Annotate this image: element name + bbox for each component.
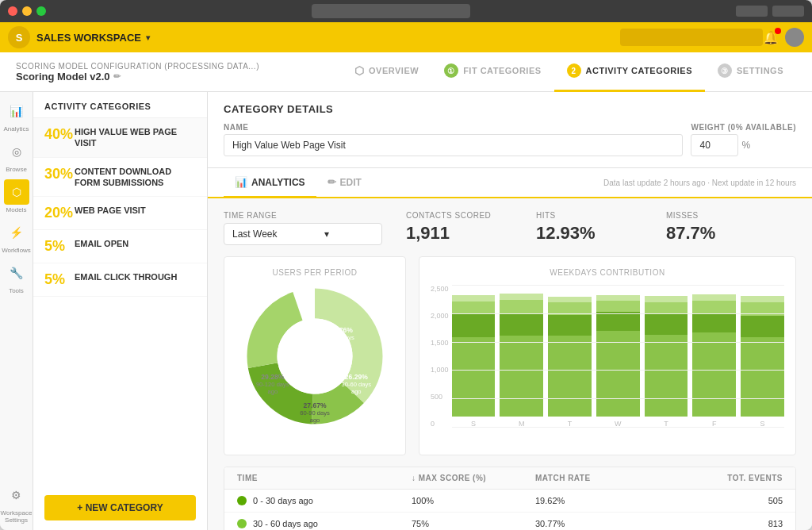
- y-label-500: 500: [431, 393, 449, 401]
- td-match-rate-2: 30.77%: [535, 519, 659, 528]
- bar-day-m: M: [500, 294, 543, 428]
- dot-2: [237, 519, 247, 528]
- models-sidebar-label: Models: [6, 206, 27, 213]
- wizard-step-fit-label: FIT CATEGORIES: [463, 66, 541, 75]
- y-label-0: 0: [431, 420, 449, 428]
- time-range-select[interactable]: Last Week ▾: [224, 223, 382, 245]
- name-field-input[interactable]: [224, 134, 683, 156]
- x-label-w: W: [615, 420, 622, 428]
- icon-sidebar: 📊 Analytics ◎ Browse ⬡ Models ⚡ Workflow…: [0, 92, 33, 530]
- workspace-settings-sidebar-group: ⚙ Workspace Settings: [0, 482, 33, 524]
- category-pct-3: 20%: [44, 205, 75, 221]
- analytics-sidebar-label: Analytics: [3, 125, 29, 132]
- categories-panel: ACTIVITY CATEGORIES 40% HIGH VALUE WEB P…: [33, 92, 208, 530]
- browse-sidebar-label: Browse: [6, 166, 27, 173]
- name-field-label: NAME: [224, 123, 683, 132]
- tools-sidebar-group: 🔧 Tools: [4, 260, 29, 294]
- category-name-5: EMAIL CLICK THROUGH: [75, 271, 177, 282]
- title-bar: [0, 0, 812, 22]
- time-range-block: TIME RANGE Last Week ▾: [224, 211, 382, 245]
- th-tot-events: TOT. EVENTS: [659, 474, 783, 482]
- category-pct-2: 30%: [44, 166, 75, 182]
- analytics-tab-label: ANALYTICS: [251, 177, 305, 188]
- bar-day-f: F: [692, 294, 736, 428]
- categories-panel-title: ACTIVITY CATEGORIES: [33, 92, 207, 118]
- maximize-button[interactable]: [36, 6, 46, 16]
- app-window: S SALES WORKSPACE ▾ 🔔 SCORING MODEL CONF…: [0, 0, 812, 530]
- wizard-subtitle: SCORING MODEL CONFIGURATION (Processing …: [16, 62, 259, 71]
- category-item-5[interactable]: 5% EMAIL CLICK THROUGH: [33, 263, 207, 297]
- weight-field-group: WEIGHT (0% AVAILABLE) %: [691, 123, 796, 156]
- svg-text:27.67%: 27.67%: [304, 401, 327, 409]
- content-header: CATEGORY DETAILS NAME WEIGHT (0% AVAILAB…: [208, 92, 812, 168]
- x-label-t1: T: [568, 420, 573, 428]
- category-item-4[interactable]: 5% EMAIL OPEN: [33, 230, 207, 263]
- time-range-value: Last Week: [232, 229, 277, 240]
- wizard-step-activity-label: ACTIVITY CATEGORIES: [586, 66, 692, 75]
- edit-tab-label: EDIT: [340, 177, 362, 188]
- th-time: TIME: [237, 474, 412, 482]
- models-sidebar-icon[interactable]: ⬡: [4, 179, 29, 205]
- browse-sidebar-icon[interactable]: ◎: [4, 139, 29, 164]
- svg-text:29.28%: 29.28%: [261, 373, 284, 381]
- category-list: 40% HIGH VALUE WEB PAGE VISIT 30% CONTEN…: [33, 118, 207, 486]
- y-label-1000: 1,000: [431, 366, 449, 374]
- y-label-2500: 2,500: [431, 285, 449, 293]
- x-label-s2: S: [760, 420, 765, 428]
- tab-analytics[interactable]: 📊 ANALYTICS: [224, 168, 316, 198]
- content-header-title: CATEGORY DETAILS: [224, 103, 796, 115]
- main-layout: 📊 Analytics ◎ Browse ⬡ Models ⚡ Workflow…: [0, 92, 812, 530]
- td-tot-events-2: 813: [659, 519, 783, 528]
- svg-text:ago: ago: [336, 341, 347, 348]
- svg-text:16.76%: 16.76%: [330, 326, 353, 334]
- analytics-sidebar-icon[interactable]: 📊: [3, 98, 29, 124]
- notification-bell-icon[interactable]: 🔔: [763, 30, 779, 45]
- wizard-bar: SCORING MODEL CONFIGURATION (Processing …: [0, 52, 812, 92]
- browse-sidebar-group: ◎ Browse: [4, 139, 29, 173]
- svg-text:ago: ago: [267, 388, 278, 395]
- category-name-4: EMAIL OPEN: [75, 238, 128, 249]
- bar-chart-y-axis: 2,500 2,000 1,500 1,000 500 0: [431, 285, 452, 444]
- name-field-group: NAME: [224, 123, 683, 156]
- x-label-m: M: [519, 420, 525, 428]
- wizard-step-fit[interactable]: ① FIT CATEGORIES: [431, 52, 553, 92]
- tab-edit[interactable]: ✏ EDIT: [316, 168, 373, 198]
- th-max-score: ↓ MAX SCORE (%): [412, 474, 535, 482]
- time-range-label: TIME RANGE: [224, 211, 382, 220]
- donut-chart-svg: 16.76% 0-30 days ago 26.29% 30-60 days a…: [239, 281, 390, 432]
- workflows-sidebar-icon[interactable]: ⚡: [4, 220, 29, 245]
- analytics-content: TIME RANGE Last Week ▾ CONTACTS SCORED 1…: [208, 198, 812, 530]
- wizard-step-activity[interactable]: 2 ACTIVITY CATEGORIES: [554, 52, 705, 92]
- time-label-1: 0 - 30 days ago: [253, 496, 313, 505]
- nav-search-bar[interactable]: [620, 29, 763, 46]
- bar-day-t2: T: [645, 294, 688, 428]
- new-category-button[interactable]: + NEW CATEGORY: [44, 495, 196, 520]
- time-label-2: 30 - 60 days ago: [253, 519, 318, 528]
- workspace-settings-label: Workspace Settings: [0, 509, 33, 524]
- tools-sidebar-label: Tools: [9, 287, 24, 294]
- tools-sidebar-icon[interactable]: 🔧: [4, 260, 29, 286]
- wizard-step-overview[interactable]: ⬡ OVERVIEW: [342, 52, 432, 92]
- notification-badge: [775, 28, 781, 34]
- contacts-scored-label: CONTACTS SCORED: [406, 211, 536, 220]
- wizard-step-settings[interactable]: ③ SETTINGS: [705, 52, 796, 92]
- category-item-1[interactable]: 40% HIGH VALUE WEB PAGE VISIT: [33, 118, 207, 158]
- minimize-button[interactable]: [22, 6, 32, 16]
- edit-model-icon[interactable]: ✏: [113, 71, 121, 82]
- donut-chart-block: USERS PER PERIOD 16.: [224, 256, 406, 455]
- tb-btn-2: [772, 6, 804, 17]
- data-table: TIME ↓ MAX SCORE (%) MATCH RATE TOT. EVE…: [224, 467, 796, 530]
- bar-chart-bars: S M: [452, 285, 784, 444]
- workspace-settings-sidebar-icon[interactable]: ⚙: [4, 482, 29, 508]
- svg-text:ago: ago: [351, 388, 362, 395]
- close-button[interactable]: [8, 6, 17, 16]
- category-item-2[interactable]: 30% CONTENT DOWNLOAD FORM SUBMISSIONS: [33, 158, 207, 198]
- weight-field-input[interactable]: [691, 134, 738, 156]
- workspace-selector[interactable]: SALES WORKSPACE ▾: [36, 32, 150, 44]
- category-name-2: CONTENT DOWNLOAD FORM SUBMISSIONS: [75, 166, 196, 189]
- name-weight-row: NAME WEIGHT (0% AVAILABLE) %: [224, 123, 796, 156]
- category-pct-4: 5%: [44, 238, 75, 255]
- category-item-3[interactable]: 20% WEB PAGE VISIT: [33, 197, 207, 230]
- td-max-score-1: 100%: [412, 496, 535, 505]
- user-avatar[interactable]: [785, 28, 804, 47]
